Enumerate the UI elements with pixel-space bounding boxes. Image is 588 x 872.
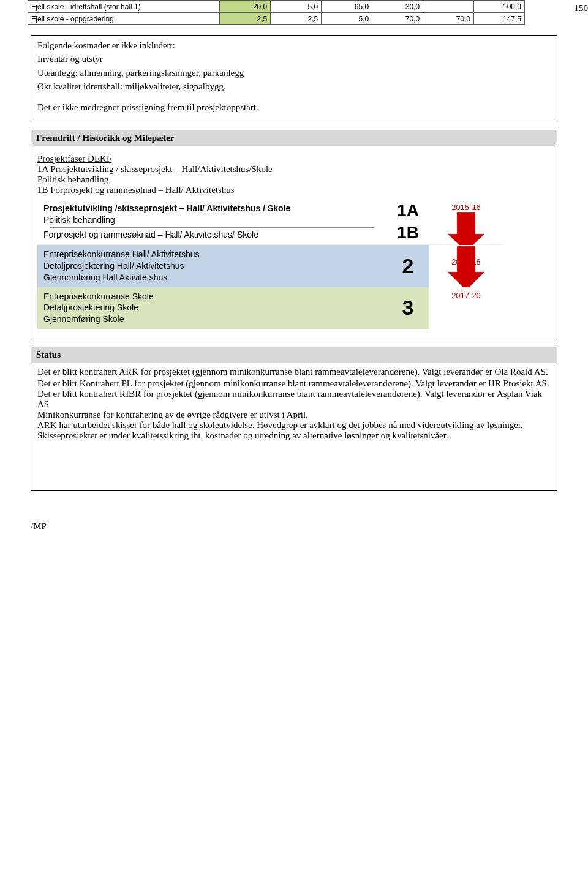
cell: 147,5 — [474, 13, 525, 25]
cell: 2,5 — [220, 13, 271, 25]
table-row: Fjell skole - oppgradering2,52,55,070,07… — [28, 13, 525, 25]
phase-text: Politisk behandling — [43, 215, 115, 225]
text: Politisk behandling — [37, 175, 551, 185]
row-label: Fjell skole - oppgradering — [28, 13, 220, 25]
cell: 30,0 — [372, 1, 423, 13]
phase-text: Gjennomføring Hall Aktivitetshus — [43, 272, 167, 282]
cell: 65,0 — [322, 1, 372, 13]
cell: 70,0 — [423, 13, 474, 25]
text: Skisseprosjektet er under kvalitetssikri… — [37, 430, 551, 441]
cost-table: Fjell skole - idrettshall (stor hall 1)2… — [28, 0, 525, 25]
phase-text: Prosjektutvikling /skisseprosjekt – Hall… — [43, 203, 290, 213]
phase-diagram: Prosjektutvikling /skisseprosjekt – Hall… — [37, 199, 503, 329]
progress-box: Fremdrift / Historikk og Milepæler Prosj… — [31, 130, 557, 339]
text: Økt kvalitet idrettshall: miljøkvalitete… — [37, 80, 551, 92]
phase-num-1a: 1A — [397, 201, 419, 220]
status-header: Status — [31, 347, 557, 363]
cell: 2,5 — [271, 13, 322, 25]
cell: 20,0 — [220, 1, 271, 13]
red-arrow-icon — [445, 246, 488, 290]
text: Det er blitt kontrahert RIBR for prosjek… — [37, 389, 551, 410]
text: Følgende kostnader er ikke inkludert: — [37, 39, 551, 51]
cell — [423, 1, 474, 13]
row-label: Fjell skole - idrettshall (stor hall 1) — [28, 1, 220, 13]
phase-text: Entreprisekonkurranse Hall/ Aktivitetshu… — [43, 249, 199, 259]
cell: 70,0 — [372, 13, 423, 25]
svg-marker-1 — [448, 246, 484, 290]
cell: 5,0 — [271, 1, 322, 13]
text: Inventar og utstyr — [37, 53, 551, 65]
cell: 100,0 — [474, 1, 525, 13]
progress-header: Fremdrift / Historikk og Milepæler — [31, 130, 557, 146]
phase-num-2: 2 — [386, 245, 429, 287]
table-row: Fjell skole - idrettshall (stor hall 1)2… — [28, 1, 525, 13]
year-label: 2017-20 — [445, 291, 488, 300]
text: Uteanlegg: allmenning, parkeringsløsning… — [37, 67, 551, 79]
text: Det er ikke medregnet prisstigning frem … — [37, 101, 551, 113]
text: Det er blitt kontrahert ARK for prosjekt… — [37, 366, 551, 378]
text: ARK har utarbeidet skisser for både hall… — [37, 420, 551, 430]
cost-excluded-box: Følgende kostnader er ikke inkludert: In… — [31, 35, 557, 122]
text: 1A Prosjektutvikling / skisseprosjekt _ … — [37, 164, 551, 175]
footer-signature: /MP — [31, 521, 557, 532]
text: Det er blitt Kontrahert PL for prosjekte… — [37, 378, 551, 389]
phase-text: Detaljprosjektering Hall/ Aktivitetshus — [43, 261, 184, 271]
year-label: 2015-16 — [445, 203, 488, 212]
status-box: Status Det er blitt kontrahert ARK for p… — [31, 347, 557, 490]
phase-num-3: 3 — [386, 287, 429, 329]
text: Minikonkurranse for kontrahering av de ø… — [37, 410, 551, 420]
page-number: 150 — [575, 3, 589, 13]
phase-text: Detaljprosjektering Skole — [43, 303, 138, 312]
text: 1B Forprosjekt og rammesølnad – Hall/ Ak… — [37, 185, 551, 195]
phase-text: Gjennomføring Skole — [43, 314, 124, 324]
phase-text: Forprosjekt og rammesøknad – Hall/ Aktiv… — [43, 230, 258, 239]
phase-text: Entreprisekonkurranse Skole — [43, 291, 154, 301]
subheading: Prosjektfaser DEKF — [37, 154, 111, 164]
phase-num-1b: 1B — [397, 223, 419, 242]
cell: 5,0 — [322, 13, 372, 25]
